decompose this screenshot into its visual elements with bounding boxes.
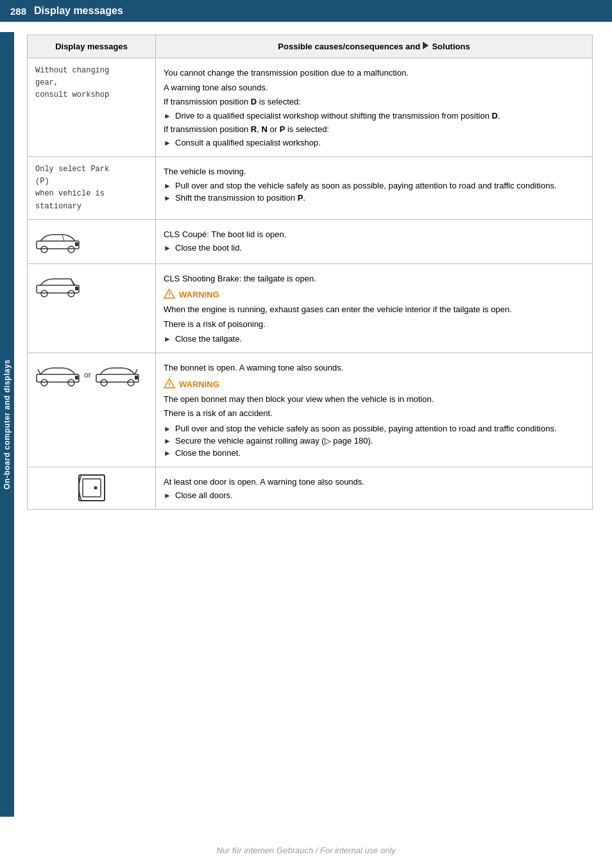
side-label: On-board computer and displays [3, 359, 12, 489]
warning-block: WARNING When the engine is running, exha… [164, 288, 584, 330]
arrow-text: Pull over and stop the vehicle safely as… [175, 424, 584, 433]
svg-rect-16 [75, 376, 78, 380]
arrow-item: ► Close the boot lid. [164, 243, 584, 253]
causes-cell: At least one door is open. A warning ton… [156, 467, 593, 510]
arrow-item: ► Drive to a qualified specialist worksh… [164, 111, 584, 121]
table-row: Only select Park (P) when vehicle is sta… [28, 157, 593, 220]
warning-block: WARNING The open bonnet may then block y… [164, 378, 584, 420]
svg-point-26 [94, 486, 97, 489]
solutions-arrow-icon [423, 42, 429, 49]
arrow-item: ► Secure the vehicle against rolling awa… [164, 436, 584, 446]
content-text: If transmission position D is selected: [164, 96, 584, 108]
message-cell: Without changing gear, consult workshop [28, 58, 156, 157]
table-header-row: Display messages Possible causes/consequ… [28, 35, 593, 58]
svg-rect-0 [37, 241, 79, 249]
svg-line-4 [62, 235, 64, 241]
content-area: Display messages Possible causes/consequ… [14, 22, 612, 522]
svg-point-20 [128, 380, 134, 386]
message-cell: Only select Park (P) when vehicle is sta… [28, 157, 156, 220]
content-text: The vehicle is moving. [164, 165, 584, 178]
table-row: CLS Shooting Brake: the tailgate is open… [28, 263, 593, 353]
warning-triangle-icon [164, 378, 175, 390]
svg-point-6 [41, 290, 47, 297]
car-icon-coupe [35, 226, 148, 257]
arrow-item: ► Pull over and stop the vehicle safely … [164, 181, 584, 190]
svg-point-2 [68, 246, 74, 253]
page-number: 288 [10, 6, 26, 17]
arrow-bullet: ► [164, 436, 171, 446]
arrow-bullet: ► [164, 334, 171, 344]
table-row: At least one door is open. A warning ton… [28, 467, 593, 510]
table-row: CLS Coupé: The boot lid is open.► Close … [28, 219, 593, 263]
content-text: CLS Shooting Brake: the tailgate is open… [164, 272, 584, 285]
arrow-item: ► Shift the transmission to position P. [164, 193, 584, 203]
warning-title: WARNING [164, 378, 584, 390]
content-text: A warning tone also sounds. [164, 81, 584, 94]
warning-text: There is a risk of an accident. [164, 407, 584, 420]
arrow-item: ► Close the bonnet. [164, 448, 584, 458]
arrow-item: ► Pull over and stop the vehicle safely … [164, 424, 584, 433]
causes-cell: The bonnet is open. A warning tone also … [156, 353, 593, 467]
svg-point-14 [41, 380, 47, 386]
warning-text: There is a risk of poisoning. [164, 318, 584, 331]
svg-line-13 [38, 369, 40, 374]
causes-cell: You cannot change the transmission posit… [156, 58, 593, 157]
footer-text: Nur für internen Gebrauch / For internal… [216, 846, 396, 855]
arrow-item: ► Consult a qualified specialist worksho… [164, 138, 584, 147]
arrow-bullet: ► [164, 243, 171, 253]
svg-rect-5 [37, 285, 79, 293]
mono-message: Without changing gear, consult workshop [35, 65, 148, 102]
side-label-container: On-board computer and displays [0, 32, 14, 817]
arrow-bullet: ► [164, 490, 171, 500]
content-text: At least one door is open. A warning ton… [164, 476, 584, 488]
warning-label: WARNING [179, 290, 219, 299]
svg-point-11 [169, 296, 170, 297]
svg-rect-12 [37, 374, 79, 382]
content-text: You cannot change the transmission posit… [164, 67, 584, 79]
arrow-item: ► Close the tailgate. [164, 334, 584, 344]
arrow-text: Close the bonnet. [175, 448, 584, 458]
content-text: If transmission position R, N or P is se… [164, 123, 584, 136]
arrow-text: Close all doors. [175, 490, 584, 500]
svg-rect-3 [75, 242, 78, 246]
car-icon-bonnet: or [35, 360, 148, 390]
message-cell [28, 263, 156, 353]
arrow-bullet: ► [164, 111, 171, 121]
arrow-text: Pull over and stop the vehicle safely as… [175, 181, 584, 190]
svg-rect-8 [75, 287, 78, 290]
arrow-bullet: ► [164, 181, 171, 190]
arrow-text: Consult a qualified specialist workshop. [175, 138, 584, 147]
warning-text: When the engine is running, exhaust gase… [164, 303, 584, 316]
warning-triangle-icon [164, 288, 175, 301]
page-footer: Nur für internen Gebrauch / For internal… [0, 846, 612, 855]
warning-title: WARNING [164, 288, 584, 301]
svg-rect-21 [135, 376, 138, 380]
arrow-text: Secure the vehicle against rolling away … [175, 436, 584, 446]
svg-point-15 [68, 380, 74, 386]
col-header-causes: Possible causes/consequences and Solutio… [156, 35, 593, 58]
svg-point-1 [41, 246, 47, 253]
message-cell [28, 219, 156, 263]
or-text: or [84, 371, 91, 380]
display-table: Display messages Possible causes/consequ… [27, 35, 593, 510]
arrow-bullet: ► [164, 448, 171, 458]
svg-point-23 [169, 386, 170, 387]
car-icon-shooting [35, 271, 148, 301]
table-row: Without changing gear, consult workshopY… [28, 58, 593, 157]
arrow-text: Close the tailgate. [175, 334, 584, 344]
svg-line-18 [135, 369, 137, 374]
svg-point-7 [68, 290, 74, 297]
arrow-text: Drive to a qualified specialist workshop… [175, 111, 584, 121]
content-text: The bonnet is open. A warning tone also … [164, 362, 584, 374]
message-cell: or [28, 353, 156, 467]
warning-text: The open bonnet may then block your view… [164, 393, 584, 406]
arrow-item: ► Close all doors. [164, 490, 584, 500]
arrow-text: Shift the transmission to position P. [175, 193, 584, 203]
causes-cell: CLS Coupé: The boot lid is open.► Close … [156, 219, 593, 263]
svg-rect-25 [83, 479, 101, 497]
warning-label: WARNING [179, 380, 219, 389]
col-header-message: Display messages [28, 35, 156, 58]
causes-cell: CLS Shooting Brake: the tailgate is open… [156, 263, 593, 353]
arrow-bullet: ► [164, 193, 171, 203]
message-cell [28, 467, 156, 510]
